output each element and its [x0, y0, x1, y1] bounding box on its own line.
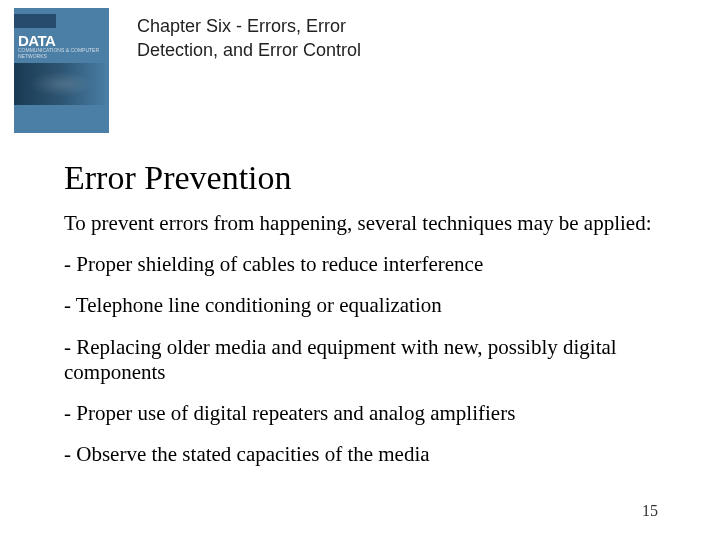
bullet-item: - Replacing older media and equipment wi… — [64, 335, 656, 385]
bullet-item: - Proper use of digital repeaters and an… — [64, 401, 656, 426]
slide: DATA COMMUNICATIONS & COMPUTER NETWORKS … — [0, 0, 720, 540]
bullet-item: - Proper shielding of cables to reduce i… — [64, 252, 656, 277]
content-intro: To prevent errors from happening, severa… — [64, 211, 656, 236]
chapter-title: Chapter Six - Errors, Error Detection, a… — [109, 8, 429, 63]
book-title-sub: COMMUNICATIONS & COMPUTER NETWORKS — [18, 48, 109, 59]
page-number: 15 — [642, 502, 658, 520]
slide-content: Error Prevention To prevent errors from … — [0, 133, 720, 467]
slide-header: DATA COMMUNICATIONS & COMPUTER NETWORKS … — [0, 0, 720, 133]
book-cover-image: DATA COMMUNICATIONS & COMPUTER NETWORKS — [14, 8, 109, 133]
bullet-item: - Telephone line conditioning or equaliz… — [64, 293, 656, 318]
content-heading: Error Prevention — [64, 159, 656, 197]
bullet-item: - Observe the stated capacities of the m… — [64, 442, 656, 467]
